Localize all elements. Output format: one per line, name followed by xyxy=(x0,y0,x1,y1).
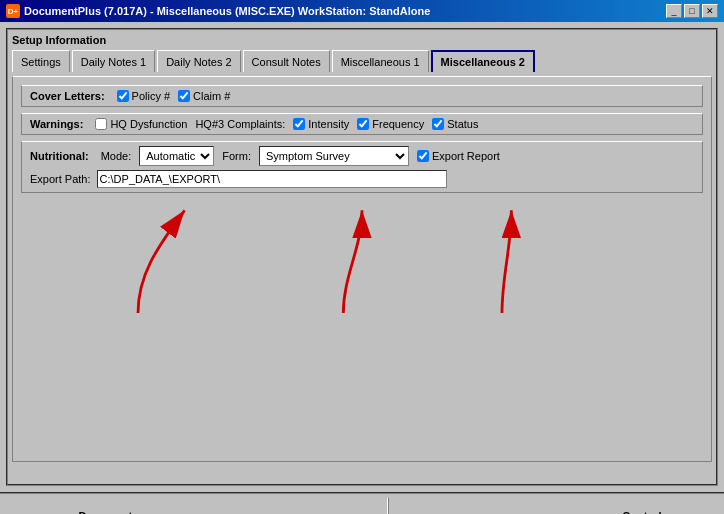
export-report-group: Export Report xyxy=(417,150,500,162)
cover-letters-label: Cover Letters: xyxy=(30,90,105,102)
claim-label: Claim # xyxy=(193,90,230,102)
title-text: DocumentPlus (7.017A) - Miscellaneous (M… xyxy=(24,5,430,17)
policy-checkbox[interactable] xyxy=(117,90,129,102)
divider xyxy=(387,498,389,514)
intensity-label: Intensity xyxy=(308,118,349,130)
arrows-area xyxy=(21,201,703,341)
status-checkbox[interactable] xyxy=(432,118,444,130)
main-container: Setup Information Settings Daily Notes 1… xyxy=(0,22,724,492)
intensity-checkbox[interactable] xyxy=(293,118,305,130)
policy-label: Policy # xyxy=(132,90,171,102)
frequency-group: Frequency xyxy=(357,118,424,130)
status-group: Status xyxy=(432,118,478,130)
cover-letters-section: Cover Letters: Policy # Claim # xyxy=(21,85,703,107)
status-label: Status xyxy=(447,118,478,130)
tab-daily-notes-2[interactable]: Daily Notes 2 xyxy=(157,50,240,72)
hq-dysfunction-group: HQ Dysfunction xyxy=(95,118,187,130)
tab-settings[interactable]: Settings xyxy=(12,50,70,72)
app-icon: D+ xyxy=(6,4,20,18)
minimize-button[interactable]: _ xyxy=(666,4,682,18)
nutritional-label: Nutritional: xyxy=(30,150,89,162)
tab-consult-notes[interactable]: Consult Notes xyxy=(243,50,330,72)
bottom-bar: Document Layout - Letter Layout - Report… xyxy=(0,492,724,514)
hq-dysfunction-checkbox[interactable] xyxy=(95,118,107,130)
arrow-1 xyxy=(138,210,185,313)
window-controls: _ □ ✕ xyxy=(666,4,718,18)
controls-section: Controls Save Cancel xyxy=(572,510,718,515)
tab-daily-notes-1[interactable]: Daily Notes 1 xyxy=(72,50,155,72)
export-report-checkbox[interactable] xyxy=(417,150,429,162)
controls-title: Controls xyxy=(622,510,667,515)
claim-checkbox[interactable] xyxy=(178,90,190,102)
mode-label: Mode: xyxy=(101,150,132,162)
setup-frame-label: Setup Information xyxy=(12,34,712,46)
export-path-label: Export Path: xyxy=(30,173,91,185)
nutritional-section: Nutritional: Mode: Automatic Manual Off … xyxy=(21,141,703,193)
frequency-label: Frequency xyxy=(372,118,424,130)
arrows-svg xyxy=(21,201,703,341)
mode-select[interactable]: Automatic Manual Off xyxy=(139,146,214,166)
warnings-section: Warnings: HQ Dysfunction HQ#3 Complaints… xyxy=(21,113,703,135)
setup-frame: Setup Information Settings Daily Notes 1… xyxy=(6,28,718,486)
policy-checkbox-group: Policy # xyxy=(117,90,171,102)
claim-checkbox-group: Claim # xyxy=(178,90,230,102)
tabs-row: Settings Daily Notes 1 Daily Notes 2 Con… xyxy=(12,50,712,72)
maximize-button[interactable]: □ xyxy=(684,4,700,18)
arrow-2 xyxy=(343,210,362,313)
export-path-input[interactable] xyxy=(97,170,447,188)
export-report-label: Export Report xyxy=(432,150,500,162)
title-bar: D+ DocumentPlus (7.017A) - Miscellaneous… xyxy=(0,0,724,22)
hq-complaints-label: HQ#3 Complaints: xyxy=(195,118,285,130)
tab-miscellaneous-2[interactable]: Miscellaneous 2 xyxy=(431,50,535,72)
content-area: Cover Letters: Policy # Claim # Warnings… xyxy=(12,76,712,462)
arrow-3 xyxy=(502,210,511,313)
warnings-label: Warnings: xyxy=(30,118,83,130)
document-section: Document Layout - Letter Layout - Report xyxy=(6,510,205,515)
hq-dysfunction-label: HQ Dysfunction xyxy=(110,118,187,130)
form-select[interactable]: Symptom Survey Standard Form Custom Form xyxy=(259,146,409,166)
document-title: Document xyxy=(78,510,132,515)
form-label: Form: xyxy=(222,150,251,162)
intensity-group: Intensity xyxy=(293,118,349,130)
tab-miscellaneous-1[interactable]: Miscellaneous 1 xyxy=(332,50,429,72)
frequency-checkbox[interactable] xyxy=(357,118,369,130)
close-button[interactable]: ✕ xyxy=(702,4,718,18)
